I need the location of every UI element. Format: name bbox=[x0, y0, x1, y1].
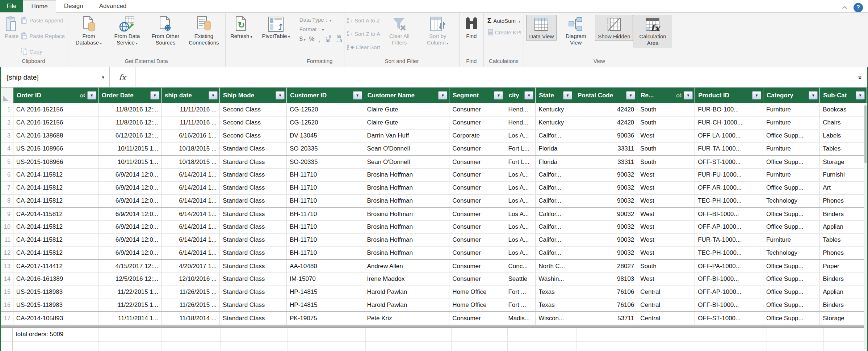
cell[interactable]: Paper bbox=[820, 259, 867, 272]
cell[interactable]: 6/14/2014 1... bbox=[161, 181, 219, 194]
cell[interactable]: Office Supp... bbox=[763, 220, 820, 233]
cell[interactable]: Applian bbox=[820, 220, 867, 233]
filter-dropdown-icon[interactable] bbox=[684, 91, 693, 100]
cell[interactable]: FUR-TA-1000... bbox=[695, 142, 763, 155]
row-number[interactable]: 4 bbox=[1, 142, 13, 155]
cell[interactable]: Standard Class bbox=[220, 259, 287, 272]
cell[interactable]: West bbox=[637, 129, 695, 142]
from-other-sources-button[interactable]: From Other Sources bbox=[146, 15, 185, 47]
refresh-button[interactable]: ↻ Refresh bbox=[228, 15, 255, 41]
cell[interactable]: CA-2014-115812 bbox=[13, 181, 98, 194]
calc-cell[interactable] bbox=[366, 328, 452, 342]
row-number[interactable]: 2 bbox=[1, 116, 13, 129]
data-view-button[interactable]: Data View bbox=[526, 15, 557, 41]
cell[interactable]: 6/14/2014 1... bbox=[161, 246, 219, 259]
cell[interactable]: Office Supp... bbox=[763, 207, 820, 220]
cell[interactable]: West bbox=[637, 207, 695, 220]
cell[interactable]: CA-2016-161389 bbox=[13, 272, 98, 286]
calc-cell[interactable] bbox=[824, 328, 867, 342]
cell[interactable]: 11/8/2016 12:... bbox=[98, 116, 161, 129]
cell[interactable]: AA-10480 bbox=[286, 259, 364, 272]
calc-cell[interactable] bbox=[162, 342, 221, 351]
collapse-ribbon-icon[interactable] bbox=[842, 4, 848, 11]
increase-decimal-button[interactable]: →.0.00 bbox=[324, 35, 331, 43]
cell[interactable]: South bbox=[637, 103, 695, 116]
cell[interactable]: 90032 bbox=[574, 194, 637, 207]
column-header-city[interactable]: city bbox=[505, 88, 536, 103]
cell[interactable]: 6/9/2014 12:0... bbox=[98, 246, 161, 259]
calc-cell[interactable] bbox=[538, 328, 577, 342]
cell[interactable]: Consumer bbox=[449, 312, 505, 325]
cell[interactable]: SO-20335 bbox=[286, 155, 364, 168]
row-number[interactable]: 6 bbox=[1, 168, 13, 181]
calc-cell[interactable] bbox=[767, 342, 824, 351]
column-header-sub-cat[interactable]: Sub-Cat bbox=[820, 88, 867, 103]
cell[interactable]: CA-2014-105893 bbox=[13, 312, 98, 325]
calc-cell[interactable] bbox=[366, 342, 452, 351]
copy-button[interactable]: Copy bbox=[21, 47, 65, 56]
cell[interactable]: CA-2014-115812 bbox=[13, 207, 98, 220]
cell[interactable]: OFF-BI-1000... bbox=[695, 272, 763, 286]
row-number[interactable]: 1 bbox=[1, 103, 13, 116]
cell[interactable]: 42420 bbox=[574, 103, 637, 116]
cell[interactable]: Sean O'Donnell bbox=[364, 142, 449, 155]
cell[interactable]: CA-2016-152156 bbox=[13, 116, 98, 129]
cell[interactable]: Hend... bbox=[505, 116, 536, 129]
cell[interactable]: Technology bbox=[763, 246, 820, 259]
cell[interactable]: Los A... bbox=[505, 246, 536, 259]
cell[interactable]: Office Supp... bbox=[763, 181, 820, 194]
cell[interactable]: Pete Kriz bbox=[364, 312, 449, 325]
row-number[interactable]: 7 bbox=[1, 181, 13, 194]
expand-formula-bar-button[interactable]: » bbox=[853, 67, 867, 87]
cell[interactable]: Fort L... bbox=[505, 155, 536, 168]
cell[interactable]: Consumer bbox=[449, 168, 505, 181]
cell[interactable]: Consumer bbox=[449, 220, 505, 233]
column-header-customer-id[interactable]: Customer ID bbox=[286, 88, 364, 103]
cell[interactable]: Second Class bbox=[220, 116, 287, 129]
cell[interactable]: OFF-LA-1000... bbox=[695, 129, 763, 142]
row-number[interactable]: 11 bbox=[1, 233, 13, 246]
cell[interactable]: TEC-PH-1000... bbox=[695, 194, 763, 207]
cell[interactable]: 33311 bbox=[574, 155, 637, 168]
percent-format-button[interactable]: % bbox=[309, 36, 314, 42]
cell[interactable]: Standard Class bbox=[220, 286, 287, 299]
cell[interactable]: CG-12520 bbox=[286, 103, 364, 116]
cell[interactable]: Central bbox=[637, 286, 695, 299]
cell[interactable]: Los A... bbox=[505, 181, 536, 194]
cell[interactable]: 10/18/2015 ... bbox=[161, 155, 219, 168]
cell[interactable]: Kentucky bbox=[536, 116, 574, 129]
cell[interactable]: Consumer bbox=[449, 194, 505, 207]
filter-dropdown-icon[interactable] bbox=[752, 91, 761, 100]
cell[interactable]: Consumer bbox=[449, 272, 505, 286]
cell[interactable]: Consumer bbox=[449, 259, 505, 272]
clear-all-filters-button[interactable]: Clear All Filters bbox=[380, 15, 419, 47]
cell[interactable]: Office Supp... bbox=[763, 129, 820, 142]
column-header-state[interactable]: State bbox=[536, 88, 574, 103]
cell[interactable]: Office Supp... bbox=[763, 299, 820, 312]
cell[interactable]: Home Office bbox=[449, 299, 505, 312]
cell[interactable]: Los A... bbox=[505, 233, 536, 246]
cell[interactable]: Irene Maddox bbox=[364, 272, 449, 286]
calc-cell[interactable] bbox=[98, 328, 162, 342]
row-number[interactable]: 3 bbox=[1, 129, 13, 142]
cell[interactable]: Harold Pawlan bbox=[364, 299, 449, 312]
cell[interactable]: FUR-TA-1000... bbox=[695, 233, 763, 246]
filter-dropdown-icon[interactable] bbox=[209, 91, 218, 100]
row-number[interactable]: 17 bbox=[1, 312, 13, 325]
cell[interactable]: Los A... bbox=[505, 207, 536, 220]
diagram-view-button[interactable]: Diagram View bbox=[557, 15, 595, 47]
cell[interactable]: CA-2014-115812 bbox=[13, 220, 98, 233]
cell[interactable]: Darrin Van Huff bbox=[364, 129, 449, 142]
sort-a-to-z-button[interactable]: AZ↓ Sort A to Z bbox=[347, 16, 380, 25]
calc-cell[interactable] bbox=[640, 328, 698, 342]
calc-cell[interactable] bbox=[698, 342, 767, 351]
cell[interactable]: Binders bbox=[820, 272, 867, 286]
cell[interactable]: Art bbox=[820, 181, 867, 194]
cell[interactable]: OFF-BI-1000... bbox=[695, 299, 763, 312]
format-dropdown[interactable]: Format : bbox=[299, 24, 342, 34]
cell[interactable]: Office Supp... bbox=[763, 272, 820, 286]
pivottable-button[interactable]: ⤴ PivotTable bbox=[259, 15, 292, 41]
cell[interactable]: 11/22/2015 1... bbox=[98, 286, 161, 299]
cell[interactable]: Califor... bbox=[536, 129, 574, 142]
cell[interactable]: 6/14/2014 1... bbox=[161, 220, 219, 233]
